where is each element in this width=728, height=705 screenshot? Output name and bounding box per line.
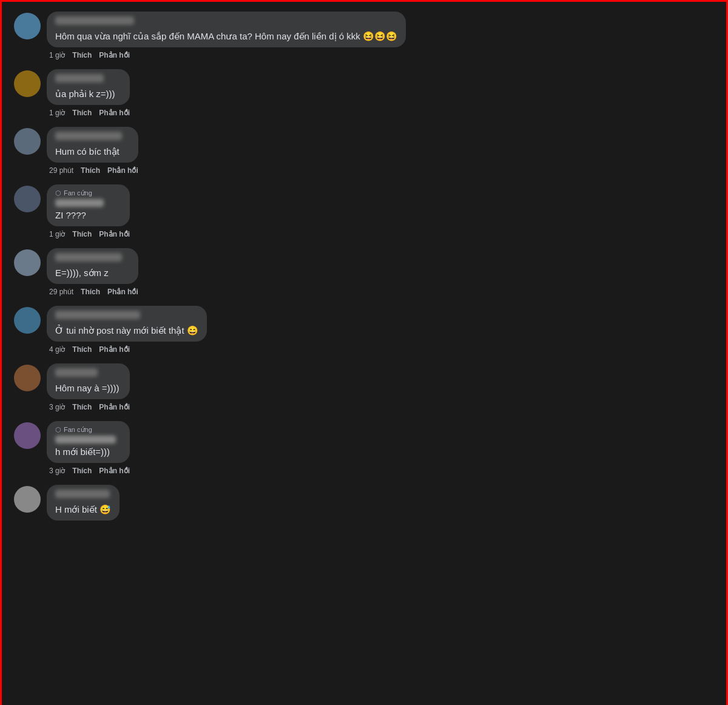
diamond-icon: ⬡: [55, 426, 61, 434]
comment-meta: 1 giờ Thích Phản hồi: [47, 109, 130, 117]
comment-item: Hôm qua vừa nghĩ của sắp đến MAMA chưa t…: [14, 12, 714, 59]
comment-content: Ở tui nhờ post này mới biết thật 😄 4 giờ…: [47, 306, 207, 354]
reply-button[interactable]: Phản hồi: [107, 166, 138, 175]
comment-bubble: Ở tui nhờ post này mới biết thật 😄: [47, 306, 207, 342]
comment-content: ⬡ Fan cứng ZI ???? 1 giờ Thích Phản hồi: [47, 184, 130, 238]
comment-item: Hum có bíc thật 29 phút Thích Phản hồi: [14, 127, 714, 175]
comment-content: E=)))), sớm z 29 phút Thích Phản hồi: [47, 248, 138, 296]
comment-time: 29 phút: [49, 288, 73, 296]
comment-meta: 29 phút Thích Phản hồi: [47, 288, 138, 296]
fan-cung-label: Fan cứng: [64, 426, 92, 434]
username-blurred: [55, 368, 98, 377]
like-button[interactable]: Thích: [72, 109, 92, 117]
reply-button[interactable]: Phản hồi: [99, 345, 130, 354]
comment-time: 4 giờ: [49, 345, 65, 354]
comment-item: ⬡ Fan cứng h mới biết=))) 3 giờ Thích Ph…: [14, 421, 714, 475]
comment-time: 1 giờ: [49, 230, 65, 238]
username-blurred: [55, 16, 134, 25]
comment-time: 1 giờ: [49, 51, 65, 59]
like-button[interactable]: Thích: [72, 51, 92, 59]
comments-list: Hôm qua vừa nghĩ của sắp đến MAMA chưa t…: [2, 2, 726, 705]
avatar: [14, 486, 41, 513]
comment-text: ZI ????: [55, 209, 121, 221]
comment-meta: 3 giờ Thích Phản hồi: [47, 403, 130, 411]
avatar: [14, 186, 41, 212]
like-button[interactable]: Thích: [81, 288, 100, 296]
like-button[interactable]: Thích: [72, 345, 92, 354]
comment-bubble: ⬡ Fan cứng h mới biết=))): [47, 421, 130, 463]
comment-text: Hum có bíc thật: [55, 145, 130, 158]
comment-text: Hôm nay à =)))): [55, 382, 121, 394]
comment-item: Hôm nay à =)))) 3 giờ Thích Phản hồi: [14, 363, 714, 411]
username-blurred: [55, 74, 104, 83]
comment-content: ⬡ Fan cứng h mới biết=))) 3 giờ Thích Ph…: [47, 421, 130, 475]
username-blurred: [55, 311, 140, 319]
comment-text: E=)))), sớm z: [55, 266, 130, 279]
comment-item: H mới biết 😅: [14, 485, 714, 523]
comment-content: Hôm nay à =)))) 3 giờ Thích Phản hồi: [47, 363, 130, 411]
comment-content: H mới biết 😅: [47, 485, 120, 523]
reply-button[interactable]: Phản hồi: [107, 288, 138, 296]
reply-button[interactable]: Phản hồi: [99, 403, 130, 411]
comment-text: h mới biết=))): [55, 445, 121, 458]
like-button[interactable]: Thích: [81, 166, 100, 175]
username-blurred: [55, 132, 122, 140]
comment-content: Hum có bíc thật 29 phút Thích Phản hồi: [47, 127, 138, 175]
comment-meta: 4 giờ Thích Phản hồi: [47, 345, 207, 354]
username-blurred: [55, 253, 122, 261]
comments-page: Hôm qua vừa nghĩ của sắp đến MAMA chưa t…: [2, 2, 726, 705]
comment-item: ⬡ Fan cứng ZI ???? 1 giờ Thích Phản hồi: [14, 184, 714, 238]
like-button[interactable]: Thích: [72, 467, 92, 475]
like-button[interactable]: Thích: [72, 230, 92, 238]
comment-meta: 3 giờ Thích Phản hồi: [47, 467, 130, 475]
comment-time: 3 giờ: [49, 403, 65, 411]
avatar: [14, 422, 41, 449]
comment-meta: 1 giờ Thích Phản hồi: [47, 51, 406, 59]
comment-text: ủa phải k z=))): [55, 87, 121, 100]
avatar: [14, 70, 41, 97]
comment-bubble: Hum có bíc thật: [47, 127, 138, 163]
username-blurred: [55, 436, 116, 444]
comment-bubble: ủa phải k z=))): [47, 69, 130, 105]
comment-bubble: Hôm nay à =)))): [47, 363, 130, 399]
diamond-icon: ⬡: [55, 189, 61, 197]
comment-bubble: ⬡ Fan cứng ZI ????: [47, 184, 130, 226]
fan-cung-badge: ⬡ Fan cứng: [55, 189, 121, 197]
username-blurred: [55, 490, 110, 498]
reply-button[interactable]: Phản hồi: [99, 467, 130, 475]
fan-cung-badge: ⬡ Fan cứng: [55, 426, 121, 434]
avatar: [14, 13, 41, 39]
reply-button[interactable]: Phản hồi: [99, 51, 130, 59]
comment-content: Hôm qua vừa nghĩ của sắp đến MAMA chưa t…: [47, 12, 406, 59]
comment-time: 3 giờ: [49, 467, 65, 475]
comment-time: 29 phút: [49, 166, 73, 175]
comment-item: ủa phải k z=))) 1 giờ Thích Phản hồi: [14, 69, 714, 117]
comment-item: E=)))), sớm z 29 phút Thích Phản hồi: [14, 248, 714, 296]
avatar: [14, 307, 41, 334]
comment-text: Ở tui nhờ post này mới biết thật 😄: [55, 324, 198, 337]
avatar: [14, 365, 41, 391]
comment-bubble: E=)))), sớm z: [47, 248, 138, 284]
comment-text: Hôm qua vừa nghĩ của sắp đến MAMA chưa t…: [55, 30, 397, 42]
comment-bubble: Hôm qua vừa nghĩ của sắp đến MAMA chưa t…: [47, 12, 406, 47]
like-button[interactable]: Thích: [72, 403, 92, 411]
comment-bubble: H mới biết 😅: [47, 485, 120, 521]
avatar: [14, 249, 41, 276]
comment-content: ủa phải k z=))) 1 giờ Thích Phản hồi: [47, 69, 130, 117]
avatar: [14, 128, 41, 155]
comment-time: 1 giờ: [49, 109, 65, 117]
comment-meta: 1 giờ Thích Phản hồi: [47, 230, 130, 238]
fan-cung-label: Fan cứng: [64, 189, 92, 197]
reply-button[interactable]: Phản hồi: [99, 230, 130, 238]
username-blurred: [55, 199, 104, 207]
comment-text: H mới biết 😅: [55, 503, 111, 516]
comment-meta: 29 phút Thích Phản hồi: [47, 166, 138, 175]
comment-item: Ở tui nhờ post này mới biết thật 😄 4 giờ…: [14, 306, 714, 354]
reply-button[interactable]: Phản hồi: [99, 109, 130, 117]
